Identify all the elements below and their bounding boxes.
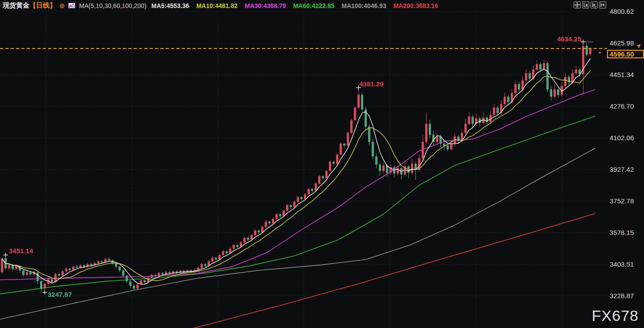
- ma-value-label: MA5:4553.36: [152, 2, 189, 9]
- chart-toolbar: [574, 1, 606, 8]
- price-axis-tick: 3403.51: [610, 260, 634, 268]
- price-axis-tick: 4276.70: [610, 102, 634, 110]
- period-label: 【日线】: [29, 1, 56, 9]
- price-annotation: 3247.87: [48, 291, 72, 298]
- current-price-box: 4596.50: [607, 50, 644, 58]
- scale-forward-icon[interactable]: [591, 1, 598, 8]
- ma-values-group: MA5:4553.36MA10:4481.82MA30:4368.79MA60:…: [150, 2, 439, 9]
- price-annotation: 3451.14: [9, 247, 33, 255]
- price-axis-tick: 3578.15: [610, 229, 634, 236]
- price-axis-tick: 4102.06: [610, 134, 634, 142]
- price-annotation: 4634.25: [557, 35, 581, 43]
- ma-value-label: MA200:3683.16: [394, 2, 438, 9]
- chart-window: 现货黄金【日线】 ⊕ MA(5,10,30,60,100,200) MA5:45…: [0, 0, 644, 328]
- chart-header: 现货黄金【日线】 ⊕ MA(5,10,30,60,100,200) MA5:45…: [3, 1, 438, 10]
- indicator-params-label: MA(5,10,30,60,100,200): [79, 2, 147, 9]
- symbol-name: 现货黄金: [3, 1, 29, 9]
- ma-value-label: MA60:4222.85: [293, 2, 335, 9]
- ma-value-label: MA100:4046.93: [341, 2, 386, 9]
- price-annotation: 4381.29: [359, 80, 383, 88]
- crosshair-move-icon[interactable]: [574, 1, 581, 8]
- crosshair-target-icon[interactable]: ⊕: [59, 2, 65, 9]
- ma-value-label: MA30:4368.79: [245, 2, 286, 9]
- scale-back-icon[interactable]: [582, 1, 589, 8]
- goto-latest-icon[interactable]: [599, 1, 606, 8]
- price-axis-tick: 3927.42: [610, 166, 634, 173]
- indicator-chart-icon[interactable]: [68, 3, 75, 8]
- chart-canvas[interactable]: [0, 0, 644, 328]
- price-axis-tick: 4451.34: [610, 71, 634, 78]
- symbol-title: 现货黄金【日线】: [3, 1, 56, 10]
- watermark-logo: FX678: [592, 307, 639, 324]
- price-axis-tick: 4800.62: [610, 8, 634, 15]
- price-axis-tick: 3228.87: [610, 292, 634, 300]
- price-axis-tick: 4625.98: [610, 39, 634, 47]
- ma-value-label: MA10:4481.82: [196, 2, 238, 9]
- price-axis-tick: 3752.78: [610, 197, 634, 205]
